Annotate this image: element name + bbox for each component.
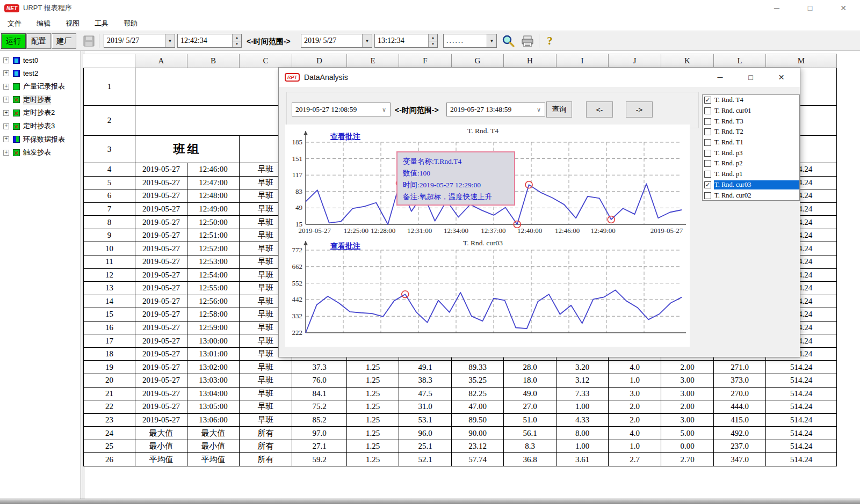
cell[interactable]: 37.3 (292, 361, 347, 374)
row-header[interactable]: 25 (83, 440, 135, 454)
cell[interactable]: 最大值 (187, 427, 240, 440)
cell[interactable]: 12:59:00 (187, 322, 240, 335)
row-header[interactable]: 11 (83, 255, 135, 269)
cell[interactable]: 1.25 (347, 453, 399, 466)
cell[interactable]: 2019-05-27 (135, 189, 187, 203)
cell[interactable]: 2.7 (609, 453, 661, 466)
column-header-H[interactable]: H (504, 54, 557, 68)
cell[interactable]: 76.0 (292, 374, 347, 388)
cell[interactable]: 47.5 (399, 388, 452, 401)
sidebar-item-4[interactable]: +✕定时抄表2 (0, 106, 55, 119)
query-from-combo[interactable]: 2019-05-27 12:08:59 ∨ (292, 103, 391, 116)
cell[interactable]: 12:58:00 (187, 308, 240, 322)
cell[interactable]: 12:56:00 (187, 295, 240, 309)
chevron-down-icon[interactable]: ∨ (533, 106, 545, 113)
cell[interactable]: 最大值 (135, 427, 187, 440)
menu-item-4[interactable]: 帮助 (116, 17, 145, 31)
config-button[interactable]: 配置 (26, 33, 51, 49)
row-header[interactable]: 5 (83, 177, 135, 190)
cell[interactable]: 早班 (240, 374, 292, 388)
date-from-combo[interactable]: 2019/ 5/27 ▼ (104, 34, 175, 48)
cell[interactable]: 平均值 (187, 453, 240, 466)
sidebar-item-7[interactable]: +✕触发抄表 (0, 146, 51, 159)
checkbox-icon[interactable] (704, 150, 711, 157)
cell[interactable]: 96.0 (399, 427, 452, 440)
cell[interactable]: 2019-05-27 (135, 388, 187, 401)
row-header[interactable]: 15 (83, 308, 135, 322)
cell[interactable]: 270.0 (714, 388, 766, 401)
cell[interactable]: 82.25 (452, 388, 504, 401)
chevron-down-icon[interactable]: ▼ (487, 34, 496, 47)
search-icon[interactable] (501, 34, 516, 48)
cell[interactable]: 13:04:00 (187, 388, 240, 401)
cell[interactable]: 59.2 (292, 453, 347, 466)
cell[interactable]: 13:00:00 (187, 334, 240, 348)
cell[interactable]: 89.50 (452, 414, 504, 427)
menu-item-0[interactable]: 文件 (0, 17, 29, 31)
row-header[interactable]: 20 (83, 374, 135, 388)
spin-up-icon[interactable]: ▲ (233, 34, 241, 41)
cell[interactable]: 25.1 (399, 440, 452, 454)
checkbox-icon[interactable] (704, 192, 711, 199)
cell[interactable]: 7.33 (557, 388, 609, 401)
cell[interactable]: 85.2 (292, 414, 347, 427)
cell[interactable]: 52.1 (399, 453, 452, 466)
sidebar-item-1[interactable]: +test2 (0, 67, 38, 80)
cell[interactable]: 444.0 (714, 400, 766, 414)
cell[interactable]: 3.20 (557, 361, 609, 374)
checkbox-icon[interactable] (704, 118, 711, 125)
checkbox-icon[interactable] (704, 128, 711, 135)
cell[interactable]: 1.25 (347, 427, 399, 440)
row-header[interactable]: 14 (83, 295, 135, 309)
cell[interactable]: 31.0 (399, 400, 452, 414)
cell[interactable]: 3.00 (661, 414, 714, 427)
filter-combo[interactable]: ...... ▼ (443, 34, 497, 48)
row-header[interactable]: 19 (83, 361, 135, 374)
cell[interactable]: 1.0 (609, 374, 661, 388)
row-header[interactable]: 12 (83, 269, 135, 282)
build-button[interactable]: 建厂 (52, 33, 76, 49)
cell[interactable]: 3.00 (661, 388, 714, 401)
variable-item-3[interactable]: T. Rnd. T2 (703, 127, 799, 137)
row-header[interactable]: 7 (83, 203, 135, 216)
expand-icon[interactable]: + (3, 57, 9, 63)
cell[interactable]: 2.0 (609, 414, 661, 427)
cell[interactable]: 所有 (240, 427, 292, 440)
cell[interactable]: 47.00 (452, 400, 504, 414)
sidebar-item-2[interactable]: +产量记录报表 (0, 80, 65, 93)
cell[interactable]: 2019-05-27 (135, 203, 187, 216)
cell[interactable]: 12:49:00 (187, 203, 240, 216)
expand-icon[interactable]: + (3, 136, 9, 142)
cell[interactable]: 早班 (240, 388, 292, 401)
cell[interactable]: 347.0 (714, 453, 766, 466)
column-header-K[interactable]: K (661, 54, 714, 68)
cell[interactable]: 1.0 (609, 440, 661, 454)
query-button[interactable]: 查询 (546, 101, 572, 118)
minimize-icon[interactable]: ─ (760, 0, 793, 16)
column-header-F[interactable]: F (399, 54, 452, 68)
cell[interactable]: 3.00 (661, 374, 714, 388)
cell[interactable]: 97.0 (292, 427, 347, 440)
cell[interactable]: 75.2 (292, 400, 347, 414)
expand-icon[interactable]: + (3, 150, 9, 156)
cell[interactable]: 514.24 (766, 361, 837, 374)
query-to-combo[interactable]: 2019-05-27 13:48:59 ∨ (446, 103, 545, 116)
view-annotations-link-2[interactable]: 查看批注 (330, 242, 360, 251)
cell[interactable]: 3.12 (557, 374, 609, 388)
cell[interactable]: 49.1 (399, 361, 452, 374)
cell[interactable]: 0.00 (661, 440, 714, 454)
cell[interactable]: 4.0 (609, 427, 661, 440)
maximize-icon[interactable]: □ (793, 0, 827, 16)
variable-item-9[interactable]: T. Rnd. cur02 (703, 190, 799, 201)
cell[interactable]: 2019-05-27 (135, 295, 187, 309)
cell[interactable]: 2019-05-27 (135, 334, 187, 348)
dialog-maximize-icon[interactable]: □ (735, 68, 766, 87)
time-to-spinner[interactable]: 13:12:34 ▲▼ (374, 34, 438, 48)
cell[interactable]: 平均值 (135, 453, 187, 466)
row-header[interactable]: 18 (83, 348, 135, 361)
cell[interactable]: 13:05:00 (187, 400, 240, 414)
cell[interactable]: 所有 (240, 440, 292, 454)
cell[interactable]: 12:52:00 (187, 242, 240, 255)
cell[interactable]: 班组 (135, 136, 240, 163)
row-header[interactable]: 6 (83, 189, 135, 203)
